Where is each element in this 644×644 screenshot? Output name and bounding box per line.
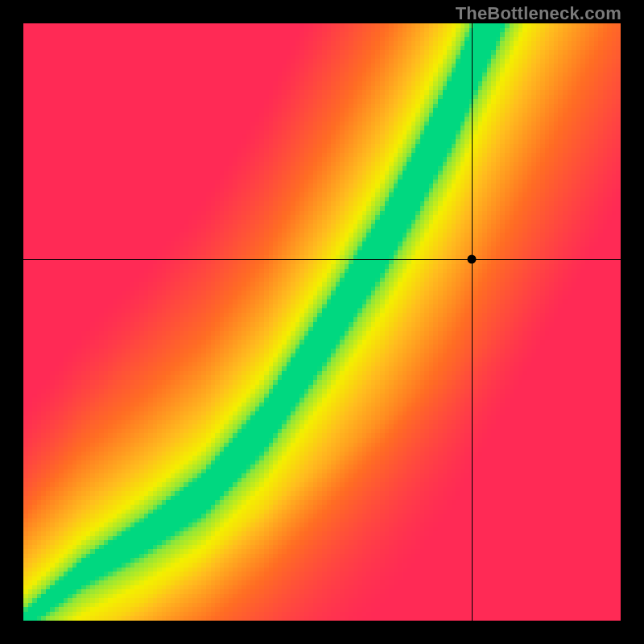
chart-frame: TheBottleneck.com: [0, 0, 644, 644]
watermark-text: TheBottleneck.com: [456, 3, 621, 24]
heatmap-plot: [23, 23, 621, 621]
heatmap-canvas: [23, 23, 621, 621]
crosshair-horizontal: [23, 259, 621, 260]
crosshair-vertical: [472, 23, 473, 621]
marker-dot: [467, 255, 476, 264]
